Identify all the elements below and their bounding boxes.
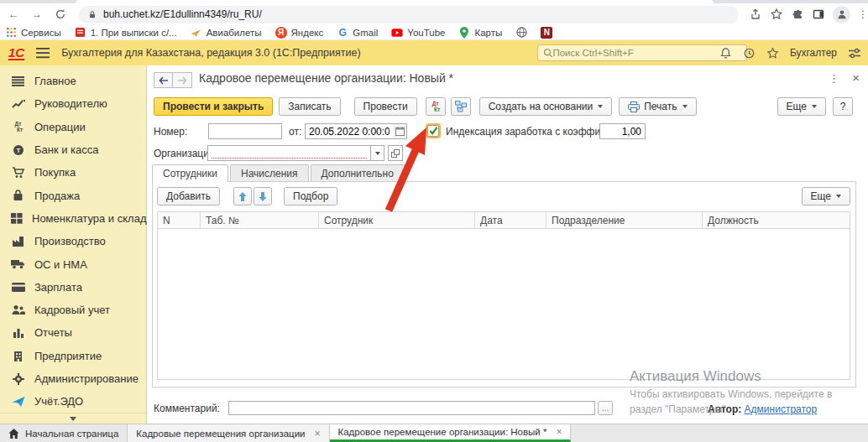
print-button[interactable]: Печать (619, 97, 696, 116)
sidebar-item-label: Главное (34, 75, 76, 87)
table-empty-body[interactable] (158, 229, 850, 379)
column-header-tab-no[interactable]: Таб. № (201, 212, 319, 228)
1c-logo[interactable]: 1С (8, 46, 24, 60)
settings-tune-icon[interactable] (848, 48, 861, 59)
add-row-button[interactable]: Добавить (157, 187, 220, 205)
truck-icon (11, 257, 25, 271)
column-header-date[interactable]: Дата (475, 212, 546, 228)
sidebar-item-prodazha[interactable]: Продажа (0, 184, 146, 206)
help-button[interactable]: ? (833, 97, 853, 116)
post-and-close-button[interactable]: Провести и закрыть (154, 97, 273, 116)
sidebar-item-label: Администрирование (34, 372, 139, 385)
document-structure-button[interactable] (451, 97, 471, 116)
window-tab-current[interactable]: Кадровое перемещение организации: Новый … (330, 424, 572, 442)
global-search[interactable] (537, 44, 747, 61)
favorites-star-icon[interactable] (766, 47, 779, 60)
window-tab-home[interactable]: Начальная страница (0, 424, 128, 442)
bookmark-aviabilety[interactable]: Авиабилеты (191, 27, 262, 39)
column-header-department[interactable]: Подразделение (546, 212, 703, 228)
search-input[interactable] (552, 48, 741, 58)
number-input[interactable] (208, 123, 282, 139)
bookmark-star-icon[interactable] (770, 8, 783, 21)
author-link[interactable]: Администратор (745, 403, 818, 415)
window-tab-list[interactable]: Кадровые перемещения организации × (128, 424, 329, 442)
move-down-button[interactable] (254, 187, 272, 205)
dtkt-icon: ДтКт (11, 120, 25, 133)
create-based-on-button[interactable]: Создать на основании (479, 97, 613, 116)
organization-input[interactable] (207, 145, 371, 161)
profile-avatar[interactable] (833, 6, 850, 23)
sidebar-item-kadrovyi-uchet[interactable]: Кадровый учет (0, 299, 146, 321)
sidebar-item-glavnoe[interactable]: Главное (0, 70, 146, 92)
notifications-bell-icon[interactable] (719, 47, 732, 60)
app-title: Бухгалтерия для Казахстана, редакция 3.0… (61, 47, 360, 59)
sidebar-item-os-nma[interactable]: ОС и НМА (0, 252, 146, 275)
move-up-button[interactable] (233, 187, 252, 205)
main-menu-burger-icon[interactable] (36, 48, 50, 59)
google-icon: G (337, 27, 348, 39)
window-menu-dots-icon[interactable]: ⋮ (829, 72, 839, 85)
pick-button[interactable]: Подбор (284, 187, 337, 205)
checkmark-icon (429, 127, 438, 135)
extensions-puzzle-icon[interactable] (791, 8, 804, 21)
tab-sotrudniki[interactable]: Сотрудники (152, 164, 228, 182)
browser-back-icon[interactable]: ← (3, 5, 24, 23)
browser-actions: ⋮ (749, 6, 868, 23)
bookmark-yandex[interactable]: Я Яндекс (275, 27, 324, 39)
calendar-button[interactable] (393, 123, 407, 139)
comment-input[interactable] (228, 401, 595, 415)
sidebar-item-pokupka[interactable]: Покупка (0, 161, 146, 184)
indexation-coefficient-input[interactable] (599, 123, 646, 139)
bookmark-youtube[interactable]: YouTube (391, 27, 445, 39)
column-header-employee[interactable]: Сотрудник (319, 212, 475, 228)
bookmark-vypiski[interactable]: 1. При выписки с/... (75, 27, 177, 39)
share-icon[interactable] (749, 8, 762, 21)
bookmark-n-site[interactable]: N (541, 27, 552, 39)
watermark-line1: Чтобы активировать Windows, перейдите в (630, 388, 832, 400)
window-close-icon[interactable]: × (852, 70, 860, 85)
browser-menu-dots-icon[interactable]: ⋮ (858, 8, 868, 20)
browser-reload-icon[interactable] (50, 5, 71, 23)
comment-more-button[interactable]: ... (598, 401, 613, 415)
bookmark-maps[interactable]: Карты (458, 27, 502, 39)
side-panel-icon[interactable] (812, 8, 825, 21)
building-icon (11, 349, 25, 362)
sidebar-item-administrirovanie[interactable]: Администрирование (0, 367, 146, 390)
tab-nachisleniya[interactable]: Начисления (230, 164, 309, 181)
address-bar[interactable]: buh.uchet.kz/E1dullinn4349/ru_RU/ (79, 6, 739, 23)
sidebar-item-operacii[interactable]: ДтКт Операции (0, 116, 146, 138)
dtkt-entries-button[interactable]: ДтКт (426, 97, 446, 116)
column-header-n[interactable]: N (158, 212, 201, 228)
sidebar-item-zarplata[interactable]: Зарплата (0, 276, 146, 299)
close-icon[interactable]: × (315, 428, 321, 439)
indexation-checkbox[interactable] (427, 125, 439, 137)
bookmark-gmail[interactable]: G Gmail (337, 27, 378, 39)
sidebar-item-rukovoditelyu[interactable]: Руководителю (0, 92, 146, 115)
current-user[interactable]: Бухгалтер (790, 47, 837, 59)
sidebar-item-uchet-edo[interactable]: Учёт.ЭДО (0, 390, 146, 413)
browser-forward-icon[interactable]: → (27, 5, 47, 23)
forward-button[interactable] (173, 72, 192, 88)
sidebar-item-otchety[interactable]: Отчеты (0, 321, 146, 344)
column-header-position[interactable]: Должность (703, 212, 850, 228)
more-button[interactable]: Еще (777, 97, 826, 116)
back-button[interactable] (154, 72, 173, 88)
chevron-down-icon (812, 105, 817, 108)
post-button[interactable]: Провести (354, 97, 417, 116)
grid-more-button[interactable]: Еще (802, 187, 850, 205)
tab-dopolnitelno[interactable]: Дополнительно (311, 164, 405, 181)
sidebar-item-nomenklatura[interactable]: Номенклатура и склад (0, 207, 146, 230)
sidebar-item-predpriyatie[interactable]: Предприятие (0, 345, 146, 367)
sidebar-item-proizvodstvo[interactable]: Производство (0, 230, 146, 252)
history-icon[interactable] (743, 47, 756, 60)
organization-dropdown-button[interactable] (371, 145, 384, 161)
date-input[interactable] (305, 123, 393, 139)
sidebar-collapse-handle[interactable] (0, 413, 146, 424)
sidebar-item-bank-kassa[interactable]: T Банк и касса (0, 138, 146, 161)
bookmark-globe[interactable] (515, 27, 527, 39)
save-button[interactable]: Записать (279, 97, 340, 116)
close-icon[interactable]: × (556, 426, 562, 438)
bookmark-services[interactable]: Сервисы (5, 27, 61, 39)
sidebar-item-label: Производство (34, 235, 106, 247)
organization-open-button[interactable] (388, 145, 403, 161)
